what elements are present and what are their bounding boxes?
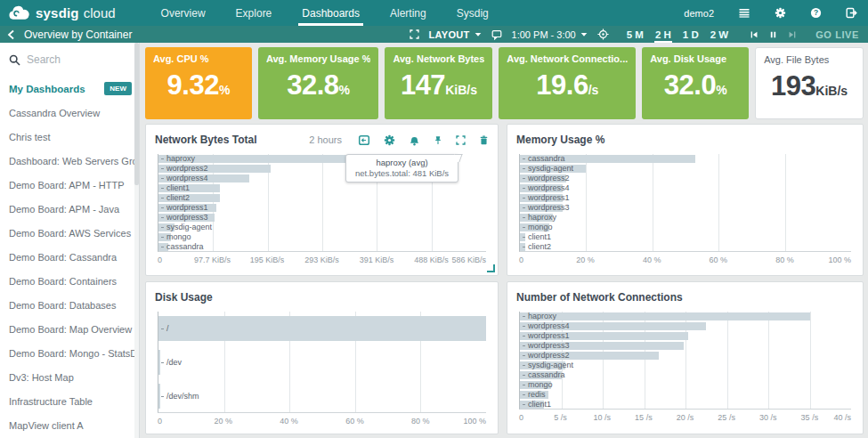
chart-network-connections: haproxywordpress4wordpress1wordpress3wor… — [516, 312, 854, 424]
chart-row: haproxy — [520, 312, 851, 321]
panel-network-connections: Number of Network Connections haproxywor… — [507, 281, 864, 434]
signout-icon[interactable] — [846, 7, 857, 19]
chart-row: wordpress2 — [520, 351, 851, 361]
chart-row: mongo — [158, 232, 486, 242]
chart-row: cassandra — [520, 370, 851, 380]
chart-row: /dev — [158, 345, 486, 379]
skip-back-icon[interactable] — [750, 30, 758, 39]
playback-controls — [750, 30, 797, 39]
pin-icon[interactable] — [434, 134, 442, 146]
kpi-card[interactable]: Avg. Network Bytes147KiB/s — [385, 47, 492, 119]
chart-row: wordpress2 — [520, 174, 851, 183]
comment-icon[interactable] — [491, 29, 502, 40]
panel-resize-handle[interactable] — [487, 264, 495, 272]
my-dashboards-label[interactable]: My Dashboards — [9, 84, 85, 94]
axis-tick-label: 97.7 KiB/s — [194, 256, 231, 264]
gear-icon[interactable] — [775, 7, 786, 19]
new-dashboard-button[interactable]: NEW — [104, 82, 132, 95]
range-button-2h[interactable]: 2 H — [651, 26, 676, 43]
chart-row: client1 — [158, 183, 486, 193]
sidebar-scrollbar[interactable] — [134, 43, 139, 438]
search-row — [0, 43, 139, 66]
layout-dropdown[interactable]: LAYOUT — [429, 29, 482, 40]
help-icon[interactable]: ? — [810, 7, 822, 19]
sidebar-dashboard-item[interactable]: Demo Board: Map Overview — [0, 318, 139, 342]
bar-label: sysdig-agent — [520, 164, 851, 174]
chart-plot: haproxywordpress4wordpress1wordpress3wor… — [519, 312, 851, 410]
kpi-card[interactable]: Avg. File Bytes193KiB/s — [755, 47, 864, 119]
kpi-card[interactable]: Avg. Disk Usage32.0% — [642, 47, 749, 119]
panel-settings-icon[interactable] — [384, 134, 395, 146]
nav-item-dashboards[interactable]: Dashboards — [287, 0, 375, 26]
sidebar-dashboard-item[interactable]: Demo Board: APM - HTTP — [0, 174, 139, 198]
nav-item-explore[interactable]: Explore — [221, 0, 288, 26]
scrollbar-thumb[interactable] — [134, 43, 139, 185]
kpi-label: Avg. Network Bytes — [393, 53, 484, 64]
axis-tick-label: 60 % — [710, 256, 728, 264]
chart-row: redis — [520, 390, 851, 400]
time-range-dropdown[interactable]: 1:00 PM - 3:00 — [512, 29, 588, 40]
bar-label: /dev/shm — [158, 379, 486, 413]
chart-disk-usage: //dev/dev/shm 020 %40 %60 %80 %100 % — [155, 312, 489, 427]
kpi-card[interactable]: Avg. Memory Usage %32.8% — [258, 47, 379, 119]
chart-row: wordpress1 — [158, 203, 486, 213]
chart-row: cassandra — [520, 154, 851, 164]
bar-label: cassandra — [158, 242, 486, 252]
kpi-value: 147KiB/s — [393, 69, 484, 101]
back-chevron-icon[interactable] — [7, 29, 15, 40]
tooltip-value: net.bytes.total: 481 KiB/s — [355, 168, 449, 178]
panel-expand-icon[interactable] — [456, 135, 466, 145]
axis-tick-label: 20 % — [215, 417, 233, 426]
time-window-icon[interactable] — [358, 134, 370, 146]
skip-forward-icon[interactable] — [788, 30, 797, 39]
range-button-1d[interactable]: 1 D — [678, 26, 703, 43]
nav-item-alerting[interactable]: Alerting — [375, 0, 442, 26]
nav-item-overview[interactable]: Overview — [146, 0, 221, 26]
chart-plot: cassandrasysdig-agentwordpress2wordpress… — [519, 154, 851, 252]
kpi-card[interactable]: Avg. CPU %9.32% — [145, 47, 252, 119]
sidebar-dashboard-item[interactable]: Cassandra Overview — [0, 101, 139, 126]
chart-x-axis: 020 %40 %60 %80 %100 % — [158, 416, 486, 427]
sidebar-dashboard-item[interactable]: Chris test — [0, 126, 139, 150]
brand[interactable]: sysdig cloud — [7, 5, 116, 21]
sidebar-dashboard-item[interactable]: Demo Board: Containers — [0, 270, 139, 294]
sidebar-dashboard-item[interactable]: Demo Board: APM - Java — [0, 198, 139, 222]
bar-label: sysdig-agent — [520, 361, 851, 370]
sidebar-dashboard-item[interactable]: Dashboard: Web Servers Group — [0, 150, 139, 174]
bar-label: client2 — [520, 242, 851, 252]
sidebar-dashboard-item[interactable]: Demo Board: Databases — [0, 294, 139, 318]
delete-panel-icon[interactable] — [479, 134, 489, 146]
time-range-buttons: 5 M2 H1 D2 W — [622, 26, 733, 43]
chart-x-axis: 097.7 KiB/s195 KiB/s293 KiB/s391 KiB/s48… — [158, 255, 486, 266]
list-menu-icon[interactable] — [738, 7, 750, 19]
go-live-button[interactable]: GO LIVE — [815, 29, 859, 40]
search-icon — [9, 54, 20, 66]
top-right-controls: demo2 ? — [684, 7, 857, 19]
bar-label: wordpress4 — [520, 321, 851, 331]
username[interactable]: demo2 — [684, 8, 714, 19]
search-input[interactable] — [27, 53, 120, 66]
nav-item-sysdig[interactable]: Sysdig — [442, 0, 504, 26]
bar-label: wordpress3 — [158, 213, 486, 223]
axis-tick-label: 10 /s — [593, 413, 611, 422]
range-button-5m[interactable]: 5 M — [622, 26, 648, 43]
pause-icon[interactable] — [769, 30, 777, 39]
axis-tick-label: 20 % — [576, 256, 595, 264]
panel-tools: 2 hours — [309, 134, 489, 146]
target-icon[interactable] — [597, 28, 609, 40]
sidebar-dashboard-item[interactable]: MapView client A — [0, 414, 139, 438]
layout-expand-icon[interactable] — [410, 29, 419, 39]
range-button-2w[interactable]: 2 W — [706, 26, 733, 43]
kpi-card[interactable]: Avg. Network Connectio...19.6/s — [499, 47, 636, 119]
alert-bell-icon[interactable] — [409, 134, 420, 146]
sidebar-dashboard-item[interactable]: Demo Board: Mongo - StatsD Metrics — [0, 342, 139, 366]
sidebar-dashboard-item[interactable]: Dv3: Host Map — [0, 366, 139, 390]
sysdig-cloud-logo-icon — [7, 5, 31, 21]
sidebar-dashboard-item[interactable]: Demo Board: Cassandra — [0, 246, 139, 270]
sidebar-dashboard-item[interactable]: Infrastructure Table — [0, 390, 139, 414]
bar-label: client1 — [158, 183, 486, 193]
bar-label: haproxy — [520, 312, 851, 321]
panel-memory-usage: Memory Usage % cassandrasysdig-agentword… — [507, 124, 864, 276]
axis-tick-label: 0 — [519, 256, 523, 264]
sidebar-dashboard-item[interactable]: Demo Board: AWS Services — [0, 222, 139, 246]
